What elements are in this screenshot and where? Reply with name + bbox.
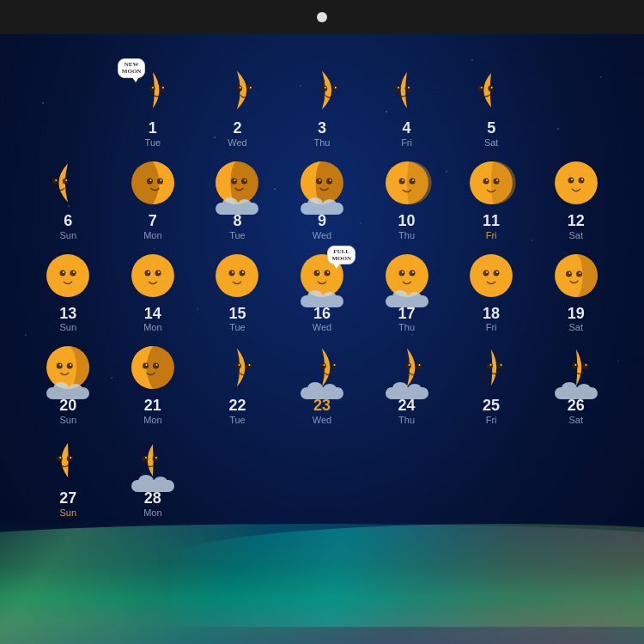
day-number-26: 26 [568,398,585,415]
moon-icon-10 [380,158,434,211]
svg-point-114 [333,364,335,366]
day-name-2: Wed [228,137,246,148]
moon-icon-15 [210,251,264,304]
svg-point-66 [148,271,149,273]
svg-point-79 [327,271,329,273]
svg-point-19 [481,87,483,88]
moon-icon-14 [126,251,179,304]
day-cell-12: 12Sat [533,155,618,244]
svg-point-86 [470,254,513,297]
day-cell-15: 15Tue [195,247,280,337]
svg-point-61 [73,271,75,273]
day-cell-3: 3Thu [280,62,365,151]
day-number-8: 8 [233,213,241,230]
day-number-11: 11 [483,213,500,230]
svg-point-46 [483,178,489,184]
svg-point-120 [497,363,503,369]
day-cell-empty [26,62,111,151]
svg-point-24 [66,179,68,181]
day-name-8: Tue [229,230,246,240]
svg-point-2 [159,86,165,92]
day-number-25: 25 [483,398,500,415]
day-name-27: Sun [59,507,76,518]
svg-point-26 [147,178,153,184]
day-number-3: 3 [318,120,326,137]
svg-point-119 [487,363,493,369]
calendar-grid: NEW MOON 1Tue 2Wed [0,53,644,533]
svg-point-71 [240,270,246,276]
day-name-11: Fri [486,230,497,240]
week-row-1: 6Sun 7Mon 8Tue [26,155,618,244]
svg-point-60 [63,271,64,273]
day-cell-16: FULL MOON 16Wed [280,247,365,337]
svg-point-67 [158,271,160,273]
svg-point-124 [582,363,588,369]
svg-point-34 [245,179,246,181]
svg-point-78 [317,271,319,273]
svg-point-130 [70,457,72,459]
svg-point-88 [483,270,489,276]
svg-point-50 [555,161,598,204]
day-cell-11: 11Fri [449,155,534,244]
day-number-10: 10 [398,213,416,230]
moon-icon-13 [41,251,94,304]
svg-point-47 [494,178,500,184]
day-number-15: 15 [228,306,246,323]
moon-icon-2 [210,65,264,118]
svg-point-100 [60,364,62,366]
moon-icon-27 [41,435,94,489]
day-cell-22: 22Tue [195,339,280,428]
svg-point-48 [486,179,488,181]
svg-point-111 [320,363,326,369]
calendar-container: NEW MOON 1Tue 2Wed [0,34,644,644]
day-cell-21: 21Mon [111,339,196,428]
moon-icon-11 [465,158,518,211]
svg-point-28 [149,179,151,181]
moon-icon-8 [210,158,264,211]
svg-point-101 [70,364,72,366]
svg-point-56 [46,254,89,297]
day-number-19: 19 [568,306,585,323]
day-cell-empty [364,432,449,521]
svg-point-49 [496,179,498,181]
svg-point-4 [162,87,164,88]
day-number-22: 22 [228,398,246,415]
svg-point-89 [494,270,500,276]
svg-point-42 [409,178,415,184]
svg-point-23 [56,179,58,181]
svg-point-133 [145,457,147,459]
svg-point-15 [398,87,399,88]
moon-icon-21 [126,343,179,396]
day-name-16: Wed [313,322,331,332]
day-name-1: Tue [145,137,161,148]
day-number-1: 1 [149,120,157,137]
svg-point-21 [52,178,58,184]
svg-point-1 [149,86,155,92]
cloud-decoration [555,387,598,399]
svg-point-107 [235,363,241,369]
svg-point-13 [394,86,400,92]
svg-point-115 [405,363,411,369]
day-number-13: 13 [59,306,76,323]
moon-icon-12 [550,158,603,211]
svg-point-14 [404,86,410,92]
svg-point-77 [324,270,330,276]
top-bar-dot [317,12,327,22]
svg-point-76 [313,270,319,276]
svg-point-17 [477,86,483,92]
day-name-18: Fri [486,322,497,332]
svg-point-3 [152,87,154,88]
cloud-decoration [386,295,428,307]
svg-point-94 [576,270,582,276]
week-row-4: 27Sun 28Mon [26,432,618,521]
day-number-24: 24 [398,398,416,415]
svg-point-112 [331,363,337,369]
day-name-7: Mon [143,230,161,240]
moon-icon-3 [295,65,349,118]
svg-point-126 [585,364,586,366]
day-cell-17: 17Thu [364,247,449,337]
svg-point-39 [329,179,331,181]
svg-point-59 [70,270,76,276]
day-name-22: Tue [229,415,246,425]
day-cell-5: 5Sat [449,62,534,151]
